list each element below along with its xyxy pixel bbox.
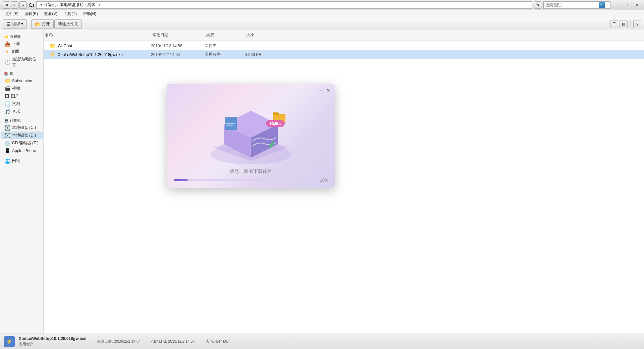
dialog-subtitle: 焕然一新的下载体验: [174, 168, 328, 174]
toolbar-separator-1: [29, 20, 29, 28]
music-icon: 🎵: [5, 109, 10, 114]
sidebar-item-apple-iphone[interactable]: 📱 Apple iPhone: [1, 147, 43, 154]
help-button[interactable]: ?: [633, 20, 641, 28]
minimize-button[interactable]: —: [615, 2, 624, 8]
sidebar-section-computer: 💻 计算机 💽 本地磁盘 (C:) 💽 本地磁盘 (D:) 💿 CD 驱动器 (…: [0, 117, 43, 154]
window-controls: — □ ✕: [615, 2, 641, 8]
sidebar-item-label: 本地磁盘 (D:): [12, 133, 36, 138]
file-date: 2019/12/2 14:54: [151, 52, 205, 57]
sidebar-item-music[interactable]: 🎵 音乐: [1, 108, 43, 115]
sidebar-item-documents[interactable]: 📄 文档: [1, 100, 43, 108]
subversion-icon: 📁: [5, 78, 10, 84]
dialog-background: — ✕: [167, 84, 335, 188]
sidebar: ⭐ 收藏夹 📥 下载 🖥 桌面 🕐 最近访问的位置 📚 库: [0, 30, 44, 334]
file-name: XunLeiWebSetup10.1.26.618gw.exe: [58, 52, 123, 57]
status-type: 应用程序: [19, 342, 86, 347]
dialog-titlebar: — ✕: [317, 84, 335, 94]
sidebar-item-label: CD 驱动器 (Z:): [12, 140, 39, 146]
downloads-icon: 📥: [5, 41, 10, 47]
menu-help[interactable]: 帮助(H): [80, 10, 99, 17]
status-meta-modified: 修改日期: 2019/12/2 14:54: [97, 339, 141, 344]
col-type-header[interactable]: 类型: [205, 32, 245, 39]
sidebar-item-label: 文档: [12, 101, 20, 107]
sidebar-item-network[interactable]: 🌐 网络: [1, 157, 43, 165]
back-button[interactable]: ◀: [3, 1, 10, 9]
exe-icon: ⚡: [49, 51, 56, 58]
forward-button[interactable]: ▶: [11, 1, 18, 9]
svg-text:10MB/s: 10MB/s: [269, 122, 281, 126]
sidebar-item-desktop[interactable]: 🖥 桌面: [1, 48, 43, 55]
drive-d-icon: 💽: [5, 133, 10, 138]
sidebar-item-drive-z[interactable]: 💿 CD 驱动器 (Z:): [1, 139, 43, 147]
progress-bar-fill: [174, 179, 188, 181]
progress-row: 10%: [174, 178, 328, 183]
open-button[interactable]: 📂 打开: [31, 19, 54, 29]
sidebar-item-label: 网络: [12, 158, 20, 164]
address-bar[interactable]: 🗂 计算机 › 本地磁盘 (D:) › 测试 ▼: [36, 1, 532, 9]
menu-bar: 文件(F) 编辑(E) 查看(V) 工具(T) 帮助(H): [0, 10, 644, 18]
search-input[interactable]: [545, 3, 599, 7]
dialog-illustration: 10MB/s: [201, 94, 301, 171]
video-icon: 🎬: [5, 86, 10, 91]
sidebar-item-label: Subversion: [12, 79, 32, 83]
status-bar: ⚡ XunLeiWebSetup10.1.26.618gw.exe 应用程序 修…: [0, 334, 644, 349]
sidebar-item-drive-d[interactable]: 💽 本地磁盘 (D:): [1, 132, 43, 139]
toolbar: ☰ 组织 ▾ 📂 打开 新建文件夹 ☰ ▤ ?: [0, 18, 644, 30]
dialog-minimize-button[interactable]: —: [317, 87, 325, 94]
col-size-header[interactable]: 大小: [245, 32, 278, 39]
dialog-close-button[interactable]: ✕: [325, 87, 332, 94]
file-size: 4,586 KB: [245, 52, 278, 57]
address-text: 计算机 › 本地磁盘 (D:) › 测试: [44, 2, 95, 8]
illustration-svg: 10MB/s: [201, 94, 301, 171]
close-button[interactable]: ✕: [633, 2, 641, 8]
file-type: 文件夹: [205, 43, 245, 49]
table-row[interactable]: ⚡ XunLeiWebSetup10.1.26.618gw.exe 2019/1…: [44, 50, 644, 59]
organize-button[interactable]: ☰ 组织 ▾: [3, 19, 27, 29]
status-info: XunLeiWebSetup10.1.26.618gw.exe 应用程序: [19, 336, 86, 347]
sidebar-item-label: 下载: [12, 41, 20, 47]
menu-view[interactable]: 查看(V): [41, 10, 60, 17]
folder-icon: 📁: [49, 43, 56, 49]
view-details-button[interactable]: ▤: [620, 20, 628, 28]
file-list-header: 名称 修改日期 类型 大小: [44, 30, 644, 40]
sidebar-item-video[interactable]: 🎬 视频: [1, 85, 43, 92]
table-row[interactable]: 📁 WeChat 2019/11/12 14:56 文件夹: [44, 42, 644, 50]
sidebar-section-favorites: ⭐ 收藏夹 📥 下载 🖥 桌面 🕐 最近访问的位置: [0, 33, 43, 69]
sidebar-item-label: 桌面: [11, 49, 19, 54]
sidebar-item-label: 音乐: [12, 109, 20, 114]
search-button[interactable]: 🔍: [599, 2, 605, 8]
sidebar-item-drive-c[interactable]: 💽 本地磁盘 (C:): [1, 124, 43, 132]
search-box[interactable]: 🔍: [543, 1, 610, 9]
drive-c-icon: 💽: [5, 125, 10, 131]
sidebar-item-label: 图片: [11, 93, 19, 99]
up-button[interactable]: ▲: [19, 1, 27, 9]
dialog-footer: 焕然一新的下载体验 10%: [167, 168, 335, 188]
recent-icon: 🕐: [5, 59, 10, 65]
menu-edit[interactable]: 编辑(E): [22, 10, 41, 17]
pictures-icon: 🖼: [5, 94, 9, 99]
new-folder-button[interactable]: 新建文件夹: [54, 19, 82, 29]
col-name-header[interactable]: 名称: [44, 32, 151, 39]
menu-file[interactable]: 文件(F): [3, 10, 21, 17]
sidebar-item-recent[interactable]: 🕐 最近访问的位置: [1, 55, 43, 69]
sidebar-computer-title: 💻 计算机: [0, 117, 43, 124]
address-icon: 🗂: [39, 3, 43, 7]
col-date-header[interactable]: 修改日期: [151, 32, 205, 39]
file-name: WeChat: [58, 44, 72, 48]
open-icon: 📂: [35, 21, 41, 27]
view-button[interactable]: ☰: [610, 20, 618, 28]
maximize-button[interactable]: □: [624, 2, 633, 8]
progress-percentage: 10%: [316, 178, 328, 183]
sidebar-item-subversion[interactable]: 📁 Subversion: [1, 77, 43, 85]
organize-icon: ☰: [6, 21, 11, 27]
toolbar-right: ☰ ▤ ?: [610, 20, 641, 28]
download-dialog[interactable]: — ✕: [167, 84, 335, 188]
refresh-button[interactable]: ↻: [534, 1, 541, 9]
sidebar-item-downloads[interactable]: 📥 下载: [1, 40, 43, 48]
menu-tools[interactable]: 工具(T): [61, 10, 79, 17]
progress-bar-background: [174, 179, 314, 181]
file-name-cell: ⚡ XunLeiWebSetup10.1.26.618gw.exe: [44, 51, 151, 58]
sidebar-item-pictures[interactable]: 🖼 图片: [1, 92, 43, 100]
sidebar-item-label: 最近访问的位置: [12, 56, 39, 68]
sidebar-item-label: Apple iPhone: [12, 148, 36, 153]
